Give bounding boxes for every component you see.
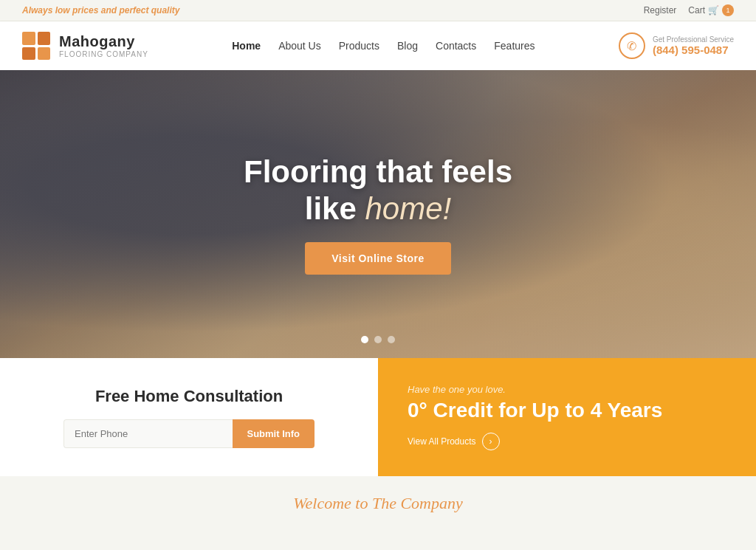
dot-2[interactable] bbox=[374, 336, 382, 343]
consultation-form: Submit Info bbox=[63, 419, 315, 448]
nav-blog[interactable]: Blog bbox=[397, 40, 418, 52]
phone-number[interactable]: (844) 595-0487 bbox=[653, 44, 734, 56]
phone-area: ✆ Get Professional Service (844) 595-048… bbox=[619, 32, 734, 59]
logo-area: Mahogany Flooring company bbox=[22, 32, 148, 60]
logo-sq4 bbox=[38, 47, 51, 61]
slider-dots bbox=[361, 336, 395, 343]
credit-subtitle: Have the one you love. bbox=[408, 384, 726, 395]
hero-content: Flooring that feels like home! Visit Onl… bbox=[244, 154, 512, 275]
view-products-label: View All Products bbox=[408, 436, 476, 447]
view-products-link[interactable]: View All Products › bbox=[408, 433, 726, 450]
logo-text: Mahogany Flooring company bbox=[59, 33, 148, 58]
cart-label: Cart bbox=[688, 5, 705, 16]
phone-icon: ✆ bbox=[619, 32, 645, 59]
bottom-section: Free Home Consultation Submit Info Have … bbox=[0, 358, 756, 476]
hero-section: Flooring that feels like home! Visit Onl… bbox=[0, 70, 756, 358]
hero-title-line1: Flooring that feels bbox=[244, 154, 512, 189]
logo-icon bbox=[22, 32, 50, 60]
nav-contacts[interactable]: Contacts bbox=[436, 40, 476, 52]
tagline-rest: low prices and perfect quality bbox=[52, 5, 179, 16]
dot-1[interactable] bbox=[361, 336, 368, 343]
brand-name: Mahogany bbox=[59, 33, 148, 50]
submit-button[interactable]: Submit Info bbox=[233, 419, 315, 448]
cart-badge: 1 bbox=[722, 4, 734, 16]
tagline-italic: Always bbox=[22, 5, 52, 16]
logo-sq1 bbox=[22, 32, 35, 45]
credit-title-prefix: 0° bbox=[408, 399, 427, 422]
logo-sq3 bbox=[22, 47, 35, 61]
credit-title: 0° Credit for Up to 4 Years bbox=[408, 399, 726, 422]
welcome-text: Welcome to The Company bbox=[18, 494, 738, 513]
brand-tagline: Flooring company bbox=[59, 50, 148, 58]
welcome-section: Welcome to The Company bbox=[0, 476, 756, 531]
nav-home[interactable]: Home bbox=[232, 40, 261, 52]
hero-title: Flooring that feels like home! bbox=[244, 154, 512, 228]
nav-about[interactable]: About Us bbox=[278, 40, 321, 52]
hero-title-line2-normal: like bbox=[305, 191, 365, 226]
register-link[interactable]: Register bbox=[644, 5, 677, 16]
phone-label: Get Professional Service bbox=[653, 35, 734, 44]
hero-title-line2-italic: home! bbox=[365, 191, 451, 226]
top-bar: Always low prices and perfect quality Re… bbox=[0, 0, 756, 21]
dot-3[interactable] bbox=[388, 336, 395, 343]
header: Mahogany Flooring company Home About Us … bbox=[0, 21, 756, 70]
arrow-icon: › bbox=[482, 433, 500, 450]
hero-cta-button[interactable]: Visit Online Store bbox=[305, 242, 450, 275]
main-nav: Home About Us Products Blog Contacts Fea… bbox=[232, 40, 535, 52]
tagline: Always low prices and perfect quality bbox=[22, 5, 179, 16]
cart-icon-area[interactable]: Cart 🛒 1 bbox=[688, 4, 734, 16]
nav-features[interactable]: Features bbox=[494, 40, 535, 52]
credit-panel: Have the one you love. 0° Credit for Up … bbox=[378, 358, 756, 476]
consultation-title: Free Home Consultation bbox=[95, 387, 283, 406]
nav-products[interactable]: Products bbox=[339, 40, 379, 52]
credit-title-suffix: Credit for Up to 4 Years bbox=[427, 399, 662, 422]
consultation-panel: Free Home Consultation Submit Info bbox=[0, 358, 378, 476]
logo-sq2 bbox=[38, 32, 51, 45]
top-bar-right: Register Cart 🛒 1 bbox=[644, 4, 734, 16]
phone-input[interactable] bbox=[63, 419, 233, 448]
phone-info: Get Professional Service (844) 595-0487 bbox=[653, 35, 734, 56]
cart-icon: 🛒 bbox=[708, 5, 719, 16]
